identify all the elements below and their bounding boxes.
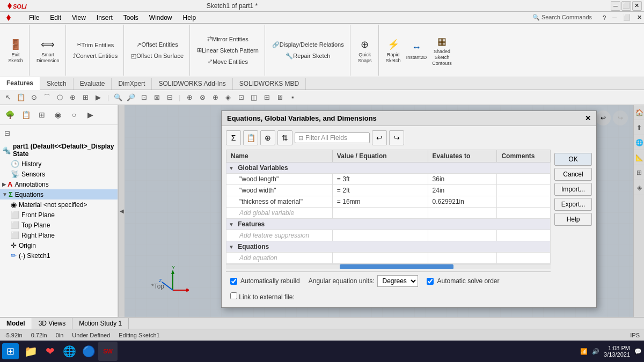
display-delete-button[interactable]: 🔗 Display/Delete Relations [269,40,347,50]
rp-btn-6[interactable]: ◈ [634,180,644,195]
sidebar-item-origin[interactable]: ✛ Origin [0,240,118,250]
view-btn-6[interactable]: ⊕ [184,92,195,104]
view-btn-10[interactable]: ⊡ [235,92,247,104]
dialog-add-global-icon[interactable]: 📋 [243,130,258,145]
export-button[interactable]: Export... [554,198,592,211]
minimize-sw-icon[interactable]: ─ [612,14,617,21]
exit-sketch-button[interactable]: 🚪 ExitSketch [5,35,26,65]
table-row[interactable]: "wood width" = 2ft 24in [226,185,551,196]
tab-evaluate[interactable]: Evaluate [74,78,112,90]
rp-btn-1[interactable]: 🏠 [634,105,644,120]
auto-rebuild-checkbox[interactable] [230,278,237,285]
tab-mbd[interactable]: SOLIDWORKS MBD [233,78,306,90]
row3-comment[interactable] [497,196,551,208]
offset-entities-button[interactable]: ↗ Offset Entities [134,40,180,50]
dialog-title-bar[interactable]: Equations, Global Variables, and Dimensi… [222,111,596,126]
view-btn-9[interactable]: ◈ [222,92,234,104]
table-row[interactable]: "wood length" = 3ft 36in [226,174,551,185]
taskbar-app2[interactable]: 🔵 [79,342,98,361]
sidebar-item-sensors[interactable]: 📡 Sensors [0,169,118,179]
search-commands[interactable]: 🔍 Search Commands [532,14,592,21]
row3-value[interactable]: = 16mm [332,196,428,208]
dialog-sort-icon[interactable]: ⇅ [277,130,292,145]
snap-tool-button[interactable]: ⊕ [67,92,78,104]
shaded-sketch-button[interactable]: ▦ ShadedSketchContours [429,32,455,68]
rp-btn-2[interactable]: ⬆ [634,120,644,135]
view-btn-1[interactable]: 🔍 [112,92,124,104]
view-btn-13[interactable]: 🖥 [274,92,286,104]
view-btn-4[interactable]: ⊠ [151,92,163,104]
sidebar-target-icon[interactable]: ◉ [50,107,65,122]
tab-dimxpert[interactable]: DimXpert [112,78,152,90]
repair-sketch-button[interactable]: 🔧 Repair Sketch [283,51,333,61]
tab-sketch[interactable]: Sketch [40,78,74,90]
sidebar-circle-icon[interactable]: ○ [67,107,82,122]
row1-value[interactable]: = 3ft [332,174,428,185]
menu-window[interactable]: Window [147,13,174,23]
circle-tool-button[interactable]: ⊙ [28,92,40,104]
tab-features[interactable]: Features [0,77,40,90]
view-btn-8[interactable]: ⊕ [209,92,221,104]
move-entities-button[interactable]: ⤢ Move Entities [205,56,251,67]
taskbar-notification-icon[interactable]: 💬 [634,348,642,355]
taskbar-file-explorer[interactable]: 📁 [21,342,40,361]
dialog-undo-btn[interactable]: ↩ [372,130,387,145]
sidebar-config-icon[interactable]: ⊞ [34,107,49,122]
import-button[interactable]: Import... [554,183,592,196]
sidebar-item-material[interactable]: ◉ Material <not specified> [0,200,118,210]
tree-root[interactable]: 🔩 part1 (Default<<Default>_Display State [0,142,118,159]
mirror-entities-button[interactable]: ⇄ Mirror Entities [204,34,251,44]
sidebar-item-top-plane[interactable]: ⬜ Top Plane [0,220,118,230]
sidebar-filter-icon[interactable]: ⊟ [2,127,115,139]
table-row[interactable]: "thickness of material" = 16mm 0.629921i… [226,196,551,208]
row2-value[interactable]: = 2ft [332,185,428,196]
ok-button[interactable]: OK [554,153,592,166]
rapid-sketch-button[interactable]: ⚡ RapidSketch [383,35,404,65]
sidebar-item-annotations[interactable]: ▶ A Annotations [0,179,118,189]
help-icon[interactable]: ? [603,14,606,21]
sidebar-item-sketch1[interactable]: ✏ (-) Sketch1 [0,250,118,261]
view-btn-7[interactable]: ⊗ [196,92,208,104]
minimize-button[interactable]: ─ [611,1,620,11]
section-equations[interactable]: ▼ Equations [226,241,551,253]
sidebar-collapse-handle[interactable]: ◀ [118,105,125,317]
view-btn-14[interactable]: ▪ [287,92,298,104]
line-tool-button[interactable]: 📋 [15,92,27,104]
dialog-add-sensor-icon[interactable]: ⊕ [260,130,275,145]
view-btn-5[interactable]: ⊟ [164,92,175,104]
sidebar-item-right-plane[interactable]: ⬜ Right Plane [0,230,118,240]
btab-3dviews[interactable]: 3D Views [32,318,72,329]
menu-tools[interactable]: Tools [121,13,141,23]
arc-tool-button[interactable]: ⌒ [41,92,53,104]
view-btn-11[interactable]: ◫ [248,92,260,104]
menu-insert[interactable]: Insert [94,13,115,23]
start-button[interactable]: ⊞ [2,343,19,359]
btab-model[interactable]: Model [0,318,32,329]
link-external-checkbox[interactable] [230,292,237,299]
quick-snaps-button[interactable]: ⊕ QuickSnaps [355,35,375,65]
sidebar-item-equations[interactable]: ▼ Σ Equations [0,189,118,200]
instant2d-button[interactable]: ↔ Instant2D [404,38,430,62]
section-global-variables[interactable]: ▼ Global Variables [226,162,551,174]
smart-dimension-button[interactable]: ⟺ SmartDimension [34,35,62,65]
add-global-variable-row[interactable]: Add global variable [226,208,551,219]
row2-comment[interactable] [497,185,551,196]
rp-btn-4[interactable]: 📐 [634,150,644,165]
close-button[interactable]: ✕ [632,1,642,11]
section-features[interactable]: ▼ Features [226,219,551,230]
sidebar-feature-tree-icon[interactable]: 🌳 [2,107,17,122]
dialog-redo-btn[interactable]: ↪ [389,130,404,145]
menu-view[interactable]: View [70,13,88,23]
tab-addins[interactable]: SOLIDWORKS Add-Ins [152,78,232,90]
add-equation-row[interactable]: Add equation [226,253,551,264]
select-tool-button[interactable]: ↖ [2,92,14,104]
table-hscroll[interactable] [226,264,551,269]
taskbar-chrome[interactable]: 🌐 [60,342,79,361]
cancel-button[interactable]: Cancel [554,168,592,181]
rp-btn-3[interactable]: 🌐 [634,135,644,150]
add-feature-suppression-row[interactable]: Add feature suppression [226,230,551,241]
convert-entities-button[interactable]: ⤴ Convert Entities [70,51,121,61]
restore-button[interactable]: ⬜ [621,1,631,11]
sidebar-more-icon[interactable]: ▶ [83,107,98,122]
filter-field[interactable]: ⊟ Filter All Fields [295,132,370,143]
